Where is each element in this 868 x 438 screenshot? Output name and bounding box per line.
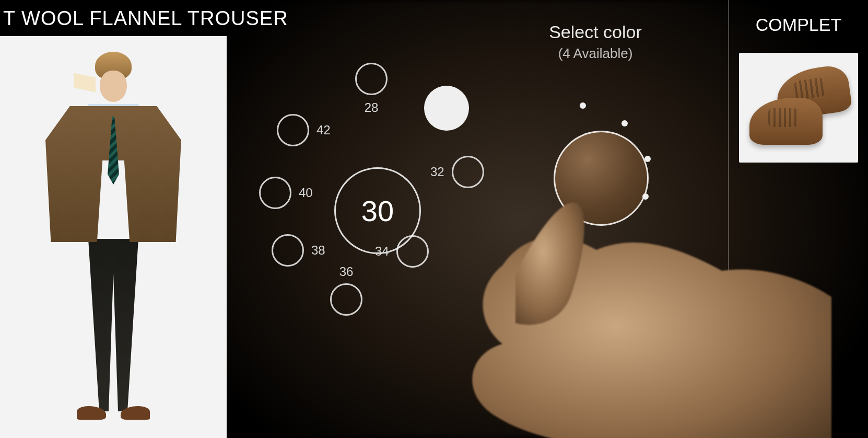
circle-icon — [396, 235, 429, 268]
color-indicator-dot — [642, 193, 649, 200]
size-option-42[interactable]: 42 — [277, 114, 331, 146]
size-label: 28 — [365, 100, 379, 115]
color-indicator-dot — [621, 120, 628, 126]
size-option-28[interactable]: 28 — [355, 63, 388, 115]
model-illustration — [45, 36, 181, 422]
size-option-40[interactable]: 40 — [259, 177, 313, 209]
product-panel: T WOOL FLANNEL TROUSER — [0, 0, 237, 438]
complete-look-panel: COMPLET — [728, 0, 868, 438]
circle-icon — [259, 177, 291, 209]
size-selector: 30 28 32 34 36 38 40 42 — [251, 47, 491, 308]
size-label: 34 — [375, 244, 389, 259]
circle-icon — [452, 156, 484, 188]
circle-icon — [355, 63, 388, 95]
color-panel-heading: Select color (4 Available) — [522, 22, 668, 62]
color-swatch-white[interactable] — [424, 86, 469, 131]
product-image[interactable] — [0, 36, 227, 438]
size-selected-value: 30 — [361, 194, 394, 228]
shoes-illustration — [749, 63, 848, 152]
size-option-36[interactable]: 36 — [330, 264, 362, 316]
complete-look-heading: COMPLET — [729, 15, 868, 35]
color-heading: Select color — [522, 22, 668, 42]
circle-icon — [277, 114, 309, 146]
color-selector — [517, 94, 674, 251]
recommendation-thumb-shoes[interactable] — [739, 53, 858, 163]
size-option-32[interactable]: 32 — [430, 156, 484, 188]
size-label: 40 — [299, 186, 313, 200]
color-indicator-dot — [644, 156, 651, 162]
size-label: 36 — [339, 264, 354, 279]
color-availability: (4 Available) — [522, 45, 668, 62]
size-option-38[interactable]: 38 — [272, 234, 325, 267]
size-label: 32 — [430, 165, 444, 179]
product-title: T WOOL FLANNEL TROUSER — [0, 0, 237, 36]
size-label: 38 — [311, 243, 325, 258]
circle-icon — [330, 283, 362, 316]
color-indicator-dot — [580, 102, 586, 109]
size-label: 42 — [316, 123, 331, 137]
color-swatch-selected[interactable] — [554, 131, 649, 226]
circle-icon — [272, 234, 304, 267]
size-option-34[interactable]: 34 — [375, 235, 429, 268]
